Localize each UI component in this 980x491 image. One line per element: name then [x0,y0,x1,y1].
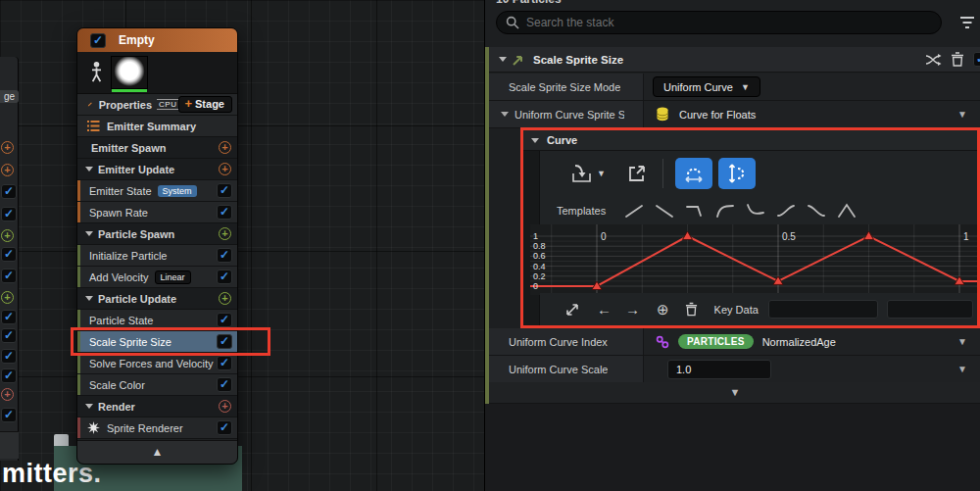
stack-row-particle-update[interactable]: Particle Update+ [77,288,237,310]
chevron-down-icon[interactable]: ▼ [597,169,606,178]
stack-row-emitter-state[interactable]: Emitter StateSystem✓ [77,180,237,202]
emitter-header[interactable]: ✓ Empty [77,28,237,52]
stack-row-spawn-rate[interactable]: Spawn Rate✓ [77,202,237,223]
caret-down-icon[interactable] [85,231,93,236]
filter-icon[interactable] [959,16,975,29]
module-enabled-checkbox[interactable]: ✓ [217,205,232,220]
stack-row-label: Solve Forces and Velocity [89,358,214,369]
add-key-icon[interactable]: ⊕ [657,301,669,319]
add-module-button[interactable]: + [219,400,231,413]
chevron-down-icon[interactable]: ▼ [957,109,967,120]
caret-down-icon[interactable] [501,112,509,117]
module-enabled-checkbox[interactable]: ✓ [1,310,17,324]
module-enabled-checkbox[interactable]: ✓ [1,368,17,383]
stack-row-properties[interactable]: PropertiesCPU+Stage [77,94,237,116]
template-linear-rise-button[interactable] [619,200,649,221]
stack-row-render[interactable]: Render+ [77,396,237,417]
stack-row-particle-state[interactable]: Particle State✓ [77,310,237,331]
collapse-stack-button[interactable]: ▲ [77,440,237,464]
add-stage-button[interactable]: +Stage [178,96,232,113]
add-module-button[interactable]: + [1,291,14,304]
module-enabled-checkbox[interactable]: ✓ [1,349,17,364]
collapse-bar-fragment[interactable] [0,431,19,459]
add-module-button[interactable]: + [219,163,231,175]
module-enabled-checkbox[interactable]: ✓ [217,356,232,370]
stack-row-sprite-renderer[interactable]: Sprite Renderer✓ [77,417,237,439]
add-module-button[interactable]: + [1,164,14,176]
shuffle-icon[interactable] [925,53,942,67]
module-enabled-checkbox[interactable]: ✓ [217,248,232,263]
template-ease-out-button[interactable] [710,200,740,221]
stage-button-fragment[interactable]: ge [0,90,19,103]
module-details-header[interactable]: Scale Sprite Size ✓ [489,47,980,73]
module-enabled-checkbox[interactable]: ✓ [1,269,17,283]
show-advanced-expander[interactable]: ▼ [489,382,980,404]
delete-key-icon[interactable] [685,302,698,317]
module-enabled-checkbox[interactable]: ✓ [217,313,232,327]
row-accent [77,353,80,373]
stack-row-particle-spawn[interactable]: Particle Spawn+ [77,223,237,245]
template-decay-button[interactable] [741,200,770,221]
module-enabled-checkbox[interactable]: ✓ [1,247,17,262]
stack-row-scale-color[interactable]: Scale Color✓ [77,374,237,396]
curve-graph[interactable]: 10.80.60.40.2000.51 [530,224,977,295]
module-enabled-checkbox[interactable]: ✓ [1,207,17,221]
import-curve-icon[interactable] [569,162,593,185]
module-enabled-checkbox[interactable]: ✓ [217,270,232,284]
stack-row-label: Emitter State [89,185,152,197]
next-key-icon[interactable]: → [625,301,640,318]
add-module-button[interactable]: + [219,227,231,240]
module-enabled-checkbox[interactable]: ✓ [217,334,232,349]
template-peak-button[interactable] [832,200,861,221]
stack-row-emitter-spawn[interactable]: Emitter Spawn+ [77,137,237,159]
module-enabled-checkbox[interactable]: ✓ [217,377,232,392]
stack-row-solve-forces-and-velocity[interactable]: Solve Forces and Velocity✓ [77,353,237,374]
add-module-button[interactable]: + [219,292,231,305]
chevron-down-icon[interactable]: ▼ [957,336,967,347]
caret-down-icon[interactable] [499,57,507,62]
expand-icon[interactable] [564,302,580,318]
template-smooth-rise-button[interactable] [771,200,801,221]
caret-down-icon[interactable] [531,138,539,143]
template-linear-fall-button[interactable] [650,200,679,221]
add-module-button[interactable]: + [1,388,14,401]
emitter-panel: ✓ Empty PropertiesCPU+StageEmitter Summa… [76,27,238,465]
module-enabled-checkbox[interactable]: ✓ [973,52,980,67]
stack-row-add-velocity[interactable]: Add VelocityLinear✓ [77,267,237,288]
stack-row-emitter-update[interactable]: Emitter Update+ [77,159,237,180]
curve-section-header[interactable]: Curve [523,130,977,151]
search-input[interactable]: Search the stack [496,11,942,34]
stack-row-emitter-summary[interactable]: Emitter Summary [77,116,237,137]
add-module-button[interactable]: + [219,141,231,154]
sprite-thumbnail[interactable] [111,56,148,89]
fit-vertical-button[interactable] [718,158,756,189]
stack-row-initialize-particle[interactable]: Initialize Particle✓ [77,245,237,267]
burst-icon [87,421,100,434]
fit-horizontal-button[interactable] [675,158,712,189]
caret-down-icon[interactable] [85,296,93,301]
system-overview-canvas[interactable] [0,0,484,491]
caret-down-icon[interactable] [85,404,93,409]
module-enabled-checkbox[interactable]: ✓ [217,420,232,435]
caret-down-icon[interactable] [85,167,93,172]
add-module-button[interactable]: + [1,229,14,242]
module-enabled-checkbox[interactable]: ✓ [1,408,17,422]
module-enabled-checkbox[interactable]: ✓ [1,184,17,199]
prev-key-icon[interactable]: ← [597,301,612,318]
module-enabled-checkbox[interactable]: ✓ [217,183,232,198]
key-value-input[interactable] [887,300,973,319]
template-step-down-button[interactable] [680,200,710,221]
open-external-icon[interactable] [627,164,647,183]
key-time-input[interactable] [768,300,878,319]
clipped-emitter-label: 10 Particles [496,0,562,6]
stack-row-scale-sprite-size[interactable]: Scale Sprite Size✓ [77,331,237,353]
scale-value-input[interactable]: 1.0 [667,360,771,379]
template-smooth-fall-button[interactable] [802,200,831,221]
emitter-enabled-checkbox[interactable]: ✓ [90,33,106,48]
mode-dropdown[interactable]: Uniform Curve ▼ [653,76,760,97]
clipped-emitter-panel[interactable]: ge++✓✓+✓✓+✓✓✓✓+✓ [0,57,19,461]
trash-icon[interactable] [951,52,964,67]
chevron-down-icon[interactable]: ▼ [957,364,967,374]
add-module-button[interactable]: + [1,141,14,154]
module-enabled-checkbox[interactable]: ✓ [1,328,17,343]
